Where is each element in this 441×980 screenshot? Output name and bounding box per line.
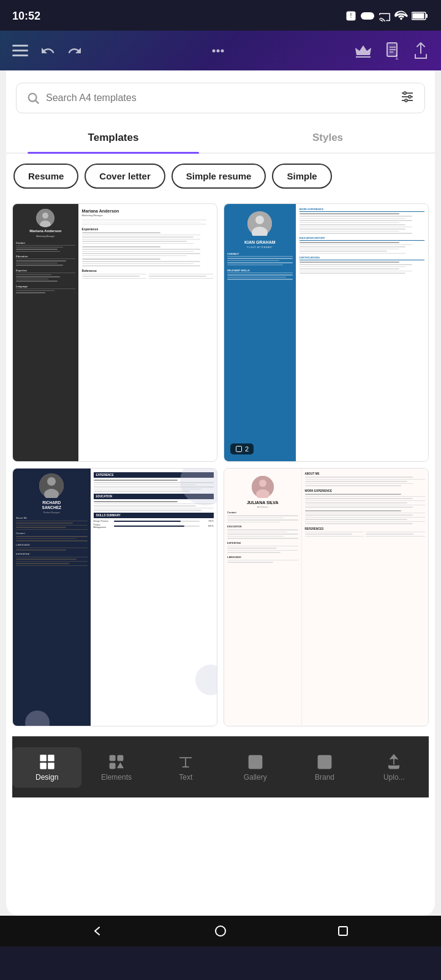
search-icon [26,91,40,105]
svg-rect-41 [48,755,55,761]
search-input[interactable] [46,92,394,104]
svg-rect-52 [339,927,347,935]
bottom-nav: Design Elements Text [12,736,429,797]
upload-icon [385,753,402,771]
nav-item-design[interactable]: Design [12,747,81,788]
brand-icon: co. [316,753,333,771]
tabs-container: Templates Styles [6,123,435,154]
back-button[interactable] [86,919,110,943]
svg-rect-5 [426,14,428,18]
chip-simple-resume[interactable]: Simple resume [172,164,266,189]
nav-label-elements: Elements [101,773,132,782]
phone-screen: Templates Styles Resume Cover letter Sim… [6,70,435,916]
svg-point-12 [221,49,224,52]
svg-rect-42 [40,763,47,769]
wifi-icon [394,10,408,21]
home-button[interactable] [208,919,233,943]
nav-item-brand[interactable]: co. Brand [290,747,359,788]
document-icon[interactable]: 1 [385,42,401,59]
svg-text:1: 1 [395,54,399,59]
share-icon[interactable] [413,42,429,59]
redo-icon[interactable] [67,43,82,58]
cast-icon [379,10,391,21]
toolbar-center [211,43,225,58]
svg-point-11 [217,49,220,52]
menu-icon[interactable] [12,45,28,57]
svg-rect-2 [361,12,374,20]
svg-point-19 [29,94,37,102]
chip-resume[interactable]: Resume [13,164,78,189]
elements-icon [108,753,125,771]
svg-rect-46 [110,763,115,768]
tab-templates[interactable]: Templates [6,123,221,153]
filter-icon[interactable] [400,91,415,105]
templates-grid: Mariana Anderson Marketing Manager Conta… [6,198,435,736]
nav-item-upload[interactable]: Uplo... [360,747,429,788]
svg-rect-6 [413,13,424,19]
svg-rect-40 [40,755,47,761]
chip-cover-letter[interactable]: Cover letter [85,164,165,189]
nav-label-text: Text [179,773,192,782]
design-icon [39,753,56,771]
nav-label-upload: Uplo... [383,773,405,782]
undo-icon[interactable] [40,43,55,58]
svg-point-31 [255,216,264,224]
svg-point-35 [47,477,56,486]
template-card[interactable]: JULIANA SILVA Art Director Contact EDUCA… [224,468,429,726]
status-bar: 10:52 ! [0,0,441,31]
svg-rect-45 [118,755,123,760]
status-time: 10:52 [12,10,40,23]
svg-point-24 [404,92,406,94]
svg-rect-33 [236,447,242,452]
toolbar-right: 1 [354,42,429,59]
svg-point-28 [42,213,48,219]
svg-text:!: ! [350,12,352,19]
recents-button[interactable] [331,919,355,943]
toolbar-left [12,43,82,58]
nav-label-gallery: Gallery [244,773,267,782]
svg-rect-43 [48,763,55,769]
chips-container: Resume Cover letter Simple resume Simple [6,154,435,198]
nav-label-design: Design [36,773,58,782]
nav-label-brand: Brand [315,773,334,782]
battery-icon [412,11,429,21]
search-bar[interactable] [16,83,425,113]
svg-rect-7 [12,45,28,47]
content-area: Templates Styles Resume Cover letter Sim… [0,70,441,916]
tab-styles[interactable]: Styles [221,123,435,153]
svg-rect-44 [110,755,115,760]
notification-icon: ! [345,10,356,21]
svg-rect-9 [12,55,28,56]
template-card[interactable]: RICHARDSANCHEZ Product Designer About Me… [12,468,217,726]
crown-icon[interactable] [354,43,372,59]
more-icon[interactable] [211,43,225,58]
android-nav [0,916,441,946]
svg-rect-8 [12,50,28,51]
svg-text:co.: co. [320,760,328,767]
svg-point-51 [216,926,225,936]
text-icon [177,753,194,771]
template-badge: 2 [230,443,254,455]
toolbar: 1 [0,31,441,70]
nav-item-text[interactable]: Text [151,747,221,788]
status-icons: ! [345,10,429,21]
chip-simple[interactable]: Simple [272,164,331,189]
svg-point-26 [405,99,407,102]
nav-item-gallery[interactable]: Gallery [221,747,290,788]
svg-point-38 [259,480,266,487]
svg-rect-3 [379,19,380,20]
search-container [6,70,435,113]
pill-icon [360,12,375,20]
svg-point-10 [213,49,216,52]
nav-item-elements[interactable]: Elements [81,747,151,788]
gallery-icon [247,753,264,771]
svg-line-20 [36,100,39,104]
template-card[interactable]: Mariana Anderson Marketing Manager Conta… [12,203,217,462]
svg-point-25 [409,96,411,98]
template-card[interactable]: KIAN GRAHAM FLIGHT ATTENDANT CONTACT REL… [224,203,429,462]
